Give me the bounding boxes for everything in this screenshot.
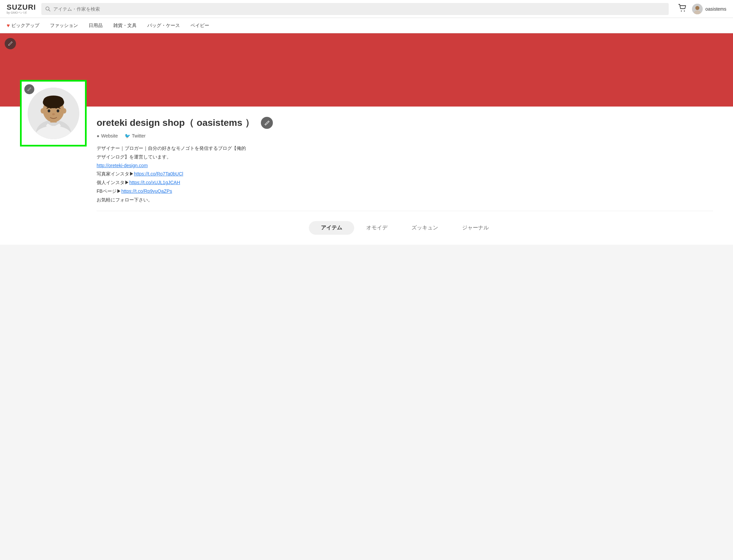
nav-label-fashion: ファッション bbox=[50, 23, 78, 29]
fb-page-url[interactable]: https://t.co/Rp9yuQaZPs bbox=[121, 188, 172, 194]
bio-line-2: デザインログ】を運営しています。 bbox=[97, 153, 713, 161]
tab-omoide[interactable]: オモイデ bbox=[354, 221, 400, 235]
svg-point-2 bbox=[681, 10, 682, 11]
pencil-icon bbox=[8, 41, 13, 46]
tabs-section: アイテム オモイデ ズッキュン ジャーナル bbox=[97, 211, 713, 235]
navigation: ♥ ピックアップ ファッション 日用品 雑貨・文具 バッグ・ケース ベイビー bbox=[0, 18, 733, 33]
header-right: oasistems bbox=[678, 4, 726, 14]
nav-item-baby[interactable]: ベイビー bbox=[190, 23, 209, 29]
nav-label-pickup: ピックアップ bbox=[11, 23, 39, 29]
bio-link-2: 写真家インスタ▶https://t.co/Ro7Ta0bUCl bbox=[97, 170, 713, 178]
logo-text: SUZURI bbox=[7, 4, 36, 11]
svg-point-3 bbox=[684, 10, 685, 11]
twitter-bird-icon: 🐦 bbox=[125, 133, 130, 139]
profile-avatar bbox=[28, 88, 79, 139]
svg-point-13 bbox=[41, 108, 45, 114]
nav-label-daily: 日用品 bbox=[89, 23, 103, 29]
nav-item-pickup[interactable]: ♥ ピックアップ bbox=[7, 23, 39, 29]
svg-point-16 bbox=[57, 109, 59, 112]
logo-subtext: by GMOペパボ bbox=[7, 11, 36, 14]
svg-point-5 bbox=[695, 6, 699, 10]
profile-banner bbox=[0, 33, 733, 107]
svg-point-17 bbox=[52, 113, 55, 115]
website-url[interactable]: http://oreteki-design.com bbox=[97, 163, 148, 168]
search-icon bbox=[45, 6, 51, 12]
profile-links: ● Website 🐦 Twitter bbox=[97, 133, 713, 139]
personal-insta-prefix: 個人インスタ▶ bbox=[97, 180, 129, 185]
avatar bbox=[692, 4, 703, 14]
logo[interactable]: SUZURI by GMOペパボ bbox=[7, 4, 36, 14]
profile-pencil-icon bbox=[264, 121, 269, 126]
avatar-pencil-icon bbox=[27, 87, 31, 91]
svg-point-12 bbox=[43, 96, 63, 105]
twitter-label: Twitter bbox=[132, 133, 146, 139]
profile-name-row: oreteki design shop（ oasistems ） bbox=[97, 117, 713, 129]
search-bar[interactable] bbox=[41, 3, 669, 15]
bio-last-line: お気軽にフォロー下さい。 bbox=[97, 196, 713, 204]
username: oasistems bbox=[705, 6, 726, 12]
fb-page-prefix: FBページ▶ bbox=[97, 188, 121, 194]
heart-icon: ♥ bbox=[7, 23, 10, 29]
search-input[interactable] bbox=[53, 6, 665, 12]
banner-edit-button[interactable] bbox=[5, 38, 16, 49]
user-area[interactable]: oasistems bbox=[692, 4, 726, 14]
profile-content: oreteki design shop（ oasistems ） ● Websi… bbox=[0, 107, 733, 235]
profile-bio: デザイナー｜ブロガー｜自分の好きなモノゴトを発信するブログ【俺的 デザインログ】… bbox=[97, 144, 713, 204]
bio-line-1: デザイナー｜ブロガー｜自分の好きなモノゴトを発信するブログ【俺的 bbox=[97, 144, 713, 152]
bio-link-3: 個人インスタ▶https://t.co/xUJL1gJCAH bbox=[97, 179, 713, 187]
svg-line-1 bbox=[49, 10, 50, 11]
cart-icon[interactable] bbox=[678, 4, 687, 14]
profile-shop-name: oreteki design shop（ oasistems ） bbox=[97, 117, 254, 129]
nav-item-fashion[interactable]: ファッション bbox=[50, 23, 78, 29]
personal-insta-url[interactable]: https://t.co/xUJL1gJCAH bbox=[129, 180, 180, 185]
tab-journal[interactable]: ジャーナル bbox=[450, 221, 501, 235]
website-label: Website bbox=[101, 133, 118, 139]
profile-edit-button[interactable] bbox=[261, 117, 273, 129]
nav-item-bags[interactable]: バッグ・ケース bbox=[147, 23, 180, 29]
profile-avatar-wrapper bbox=[20, 80, 87, 146]
bio-link-1: http://oreteki-design.com bbox=[97, 162, 713, 170]
nav-item-goods[interactable]: 雑貨・文具 bbox=[113, 23, 137, 29]
twitter-link[interactable]: 🐦 Twitter bbox=[125, 133, 146, 139]
tab-items[interactable]: アイテム bbox=[309, 221, 354, 235]
photo-insta-prefix: 写真家インスタ▶ bbox=[97, 171, 134, 176]
nav-label-goods: 雑貨・文具 bbox=[113, 23, 137, 29]
photo-insta-url[interactable]: https://t.co/Ro7Ta0bUCl bbox=[134, 171, 183, 176]
nav-item-daily[interactable]: 日用品 bbox=[89, 23, 103, 29]
nav-label-bags: バッグ・ケース bbox=[147, 23, 180, 29]
website-link[interactable]: ● Website bbox=[97, 133, 118, 139]
tab-zukkun[interactable]: ズッキュン bbox=[400, 221, 450, 235]
avatar-edit-button[interactable] bbox=[24, 84, 34, 94]
profile-section: oreteki design shop（ oasistems ） ● Websi… bbox=[0, 107, 733, 245]
svg-point-15 bbox=[48, 109, 50, 112]
bio-link-4: FBページ▶https://t.co/Rp9yuQaZPs bbox=[97, 187, 713, 195]
profile-face-svg bbox=[28, 88, 79, 139]
header: SUZURI by GMOペパボ oasistems bbox=[0, 0, 733, 18]
nav-label-baby: ベイビー bbox=[190, 23, 209, 29]
website-dot-icon: ● bbox=[97, 133, 99, 139]
svg-point-14 bbox=[62, 108, 66, 114]
user-avatar-image bbox=[692, 4, 703, 14]
